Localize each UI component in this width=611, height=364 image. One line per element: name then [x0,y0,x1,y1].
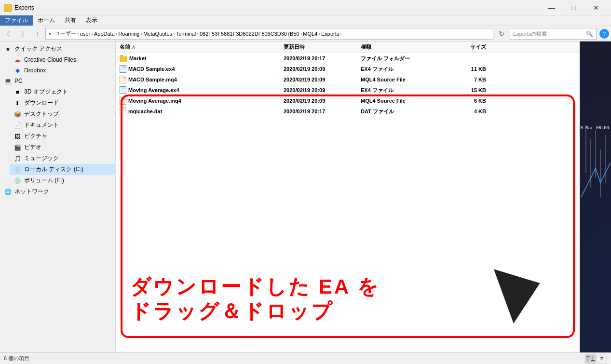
file-type-macd-mq4: MQL4 Source File [361,77,438,82]
sidebar-label-pc: PC [14,78,23,84]
table-row[interactable]: Moving Average.mq4 2020/02/19 20:09 MQL4… [116,95,580,106]
folder-title-icon [4,4,12,12]
file-type-mqlcache: DAT ファイル [361,108,438,115]
maximize-button[interactable]: □ [563,0,585,15]
sidebar-label-downloads: ダウンロード [24,99,59,107]
sidebar-item-pc[interactable]: 💻 PC [0,76,115,86]
file-name-ma-mq4: Moving Average.mq4 [120,97,284,105]
sidebar-item-network[interactable]: 🌐 ネットワーク [0,186,115,197]
sidebar-label-drive-c: ローカル ディスク (C:) [24,165,83,174]
status-count: 6 個の項目 [4,355,29,362]
sidebar-item-downloads[interactable]: ⬇ ダウンロード [10,97,115,108]
sidebar: ★ クイック アクセス ☁ Creative Cloud Files ◆ Dro… [0,41,116,352]
sidebar-item-dropbox[interactable]: ◆ Dropbox [10,65,115,76]
sidebar-label-quick-access: クイック アクセス [14,45,62,53]
menu-bar: ファイル ホーム 共有 表示 [0,15,611,26]
annotation-text: ダウンロードした EA を ドラッグ＆ドロップ [130,275,380,324]
drive-c-icon: 💿 [14,166,21,174]
menu-home[interactable]: ホーム [33,15,60,26]
file-date-ma-ex4: 2020/02/19 20:09 [284,87,361,93]
ex4-file-icon-2 [120,86,126,94]
up-button[interactable]: ↑ [31,27,43,40]
title-bar-left: Experts [4,4,34,12]
back-button[interactable]: ❮ [2,27,14,40]
music-icon: 🎵 [14,155,21,162]
path-segment-appdata: AppData [94,31,115,37]
sidebar-item-quick-access[interactable]: ★ クイック アクセス [0,43,115,54]
chart-area: 18 Mar 08:00 [580,41,611,352]
table-row[interactable]: MACD Sample.mq4 2020/02/19 20:09 MQL4 So… [116,74,580,85]
forward-button[interactable]: ❯ [16,27,29,40]
view-details-button[interactable]: ⊤⊥ [585,354,596,364]
file-date-macd-mq4: 2020/02/19 20:09 [284,77,361,82]
menu-file[interactable]: ファイル [0,15,33,26]
file-list-header: 名前 ∧ 更新日時 種類 サイズ [116,41,580,53]
address-path[interactable]: » ユーザー › user › AppData › Roaming › Meta… [45,28,493,40]
annotation-box [121,94,575,338]
help-button[interactable]: ? [599,29,609,39]
file-size-macd-mq4: 7 KB [438,77,486,82]
file-type-ma-mq4: MQL4 Source File [361,98,438,104]
sidebar-item-3d[interactable]: ■ 3D オブジェクト [10,86,115,97]
file-type-ma-ex4: EX4 ファイル [361,87,438,94]
pc-icon: 💻 [4,77,12,85]
file-size-mqlcache: 4 KB [438,108,486,114]
file-date-market: 2020/02/19 20:17 [284,55,361,61]
refresh-button[interactable]: ↻ [495,27,508,40]
file-size-ma-ex4: 15 KB [438,87,486,93]
file-name-mqlcache: mqlcache.dat [120,108,284,115]
path-segment-terminal: Terminal [176,31,196,37]
file-name-macd-ex4: MACD Sample.ex4 [120,65,284,73]
sidebar-label-video: ビデオ [24,143,41,151]
table-row[interactable]: Market 2020/02/19 20:17 ファイル フォルダー [116,53,580,64]
mq4-file-icon-2 [120,97,126,105]
menu-share[interactable]: 共有 [60,15,81,26]
table-row[interactable]: MACD Sample.ex4 2020/02/19 20:09 EX4 ファイ… [116,64,580,74]
sidebar-label-dropbox: Dropbox [24,67,46,74]
minimize-button[interactable]: — [541,0,563,15]
mq4-file-icon [120,76,126,83]
sidebar-item-drive-c[interactable]: 💿 ローカル ディスク (C:) [10,164,115,175]
sidebar-label-network: ネットワーク [14,188,49,196]
sidebar-item-music[interactable]: 🎵 ミュージック [10,153,115,164]
file-date-macd-ex4: 2020/02/19 20:09 [284,66,361,72]
search-icon[interactable]: 🔍 [586,30,593,37]
drive-e-icon: 💿 [14,177,21,185]
sidebar-item-video[interactable]: 🎬 ビデオ [10,142,115,153]
sidebar-item-pictures[interactable]: 🖼 ビクチャ [10,131,115,142]
status-bar: 6 個の項目 ⊤⊥ ≡ [0,352,611,364]
sidebar-item-desktop[interactable]: 📦 デスクトップ [10,108,115,120]
view-list-button[interactable]: ≡ [597,354,607,364]
menu-view[interactable]: 表示 [81,15,102,26]
path-segment-mql4: MQL4 [303,31,317,37]
window-title: Experts [14,4,34,11]
file-date-mqlcache: 2020/02/19 20:17 [284,108,361,114]
annotation-line2: ドラッグ＆ドロップ [130,299,380,324]
col-header-name[interactable]: 名前 ∧ [120,43,284,51]
file-name-ma-ex4: Moving Average.ex4 [120,86,284,94]
table-row[interactable]: mqlcache.dat 2020/02/19 20:17 DAT ファイル 4… [116,106,580,117]
sort-indicator: ∧ [132,44,135,50]
file-name-market: Market [120,55,284,62]
picture-icon: 🖼 [14,133,21,140]
title-bar: Experts — □ ✕ [0,0,611,15]
search-box: 🔍 [510,28,597,40]
video-icon: 🎬 [14,144,21,151]
sidebar-label-music: ミュージック [24,154,59,162]
sidebar-item-drive-e[interactable]: 💿 ボリューム (E:) [10,175,115,186]
close-button[interactable]: ✕ [585,0,607,15]
desktop-icon: 📦 [14,110,21,118]
sidebar-label-3d: 3D オブジェクト [24,88,68,96]
path-segment-username: user [80,31,90,37]
path-segment-roaming: Roaming [118,31,139,37]
file-size-macd-ex4: 11 KB [438,66,486,72]
col-header-date: 更新日時 [284,43,361,51]
document-icon: 📄 [14,121,21,129]
search-input[interactable] [513,31,586,37]
sidebar-item-documents[interactable]: 📄 ドキュメント [10,120,115,131]
window-controls: — □ ✕ [541,0,607,15]
view-controls: ⊤⊥ ≡ [585,354,607,364]
sidebar-item-creative-cloud[interactable]: ☁ Creative Cloud Files [10,54,115,65]
table-row[interactable]: Moving Average.ex4 2020/02/19 20:09 EX4 … [116,85,580,95]
sidebar-label-creative-cloud: Creative Cloud Files [24,56,76,63]
